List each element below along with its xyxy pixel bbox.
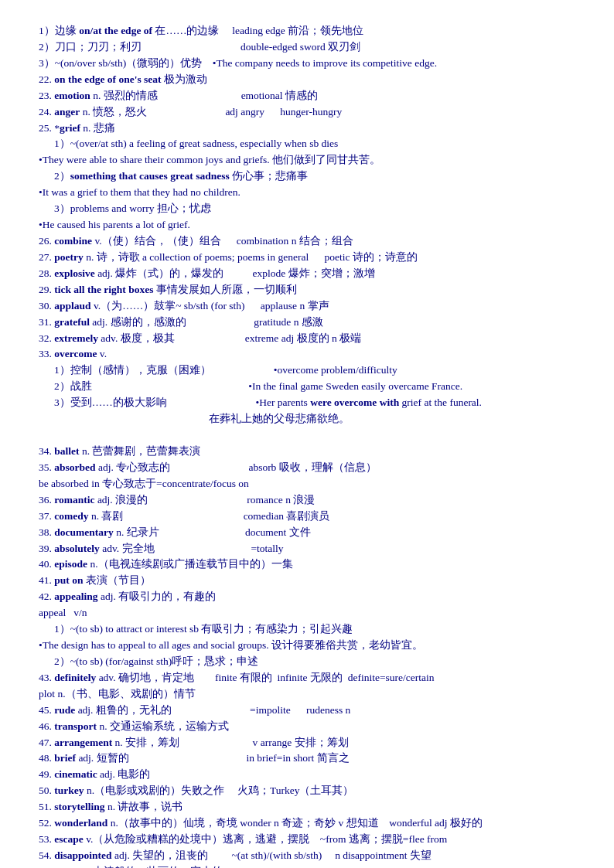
main-content: 1）边缘 on/at the edge of 在……的边缘 leading ed…	[39, 23, 575, 868]
entry-1: 1）边缘 on/at the edge of 在……的边缘 leading ed…	[39, 23, 575, 868]
